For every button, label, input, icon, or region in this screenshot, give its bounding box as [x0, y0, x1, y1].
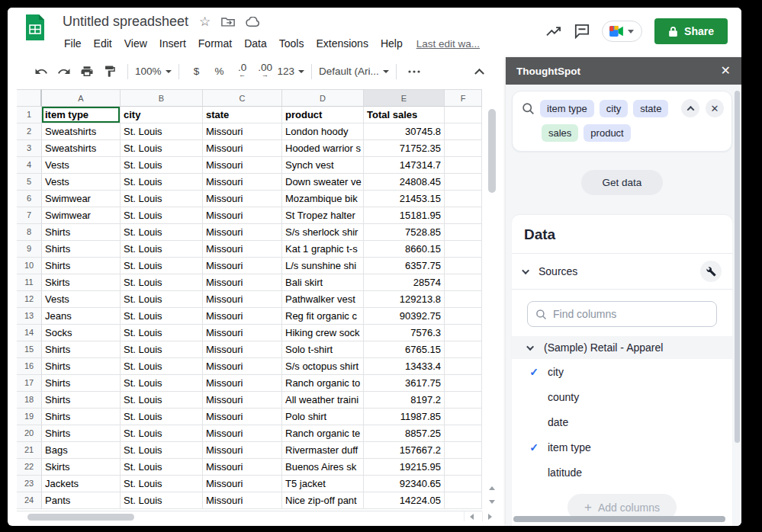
cell-F21[interactable] [445, 442, 482, 459]
cell-C22[interactable]: Missouri [203, 459, 282, 476]
print-button[interactable] [76, 61, 98, 82]
cell-B16[interactable]: St. Louis [121, 358, 203, 375]
column-item-latitude[interactable]: latitude [512, 460, 732, 485]
cell-D8[interactable]: S/s sherlock shir [282, 224, 364, 241]
search-token-state[interactable]: state [633, 100, 668, 117]
cell-F23[interactable] [445, 476, 482, 492]
cell-B22[interactable]: St. Louis [121, 459, 203, 476]
cell-C6[interactable]: Missouri [203, 191, 282, 207]
cell-A17[interactable]: Shirts [42, 375, 121, 392]
cell-D10[interactable]: L/s sunshine shi [282, 258, 364, 274]
configure-sources-button[interactable] [700, 261, 722, 282]
cell-A2[interactable]: Sweatshirts [42, 123, 121, 140]
more-options-button[interactable] [404, 61, 425, 82]
column-item-date[interactable]: date [512, 409, 732, 434]
cell-F15[interactable] [445, 341, 482, 358]
cell-E13[interactable]: 90392.75 [364, 308, 445, 325]
cell-F20[interactable] [445, 425, 482, 442]
row-header-12[interactable]: 12 [17, 291, 42, 308]
cell-E1[interactable]: Total sales [364, 107, 445, 123]
row-header-11[interactable]: 11 [17, 274, 42, 291]
menu-item-insert[interactable]: Insert [153, 35, 192, 52]
cell-A23[interactable]: Jackets [42, 476, 121, 492]
cell-E5[interactable]: 24808.45 [364, 174, 445, 191]
cell-D24[interactable]: Nice zip-off pant [282, 492, 364, 509]
cell-E10[interactable]: 6357.75 [364, 258, 445, 274]
cell-F2[interactable] [445, 123, 482, 140]
cell-E22[interactable]: 19215.95 [364, 459, 445, 476]
column-item-item-type[interactable]: ✓item type [512, 434, 732, 460]
cell-A4[interactable]: Vests [42, 157, 121, 174]
cell-E20[interactable]: 8857.25 [364, 425, 445, 442]
cell-E2[interactable]: 30745.8 [364, 123, 445, 140]
insights-icon[interactable] [545, 24, 562, 38]
row-header-20[interactable]: 20 [17, 425, 42, 442]
cell-A1[interactable]: item type [42, 107, 121, 123]
cell-D15[interactable]: Solo t-shirt [282, 341, 364, 358]
paint-format-button[interactable] [99, 61, 121, 82]
clear-search-button[interactable]: ✕ [706, 99, 724, 117]
cell-E11[interactable]: 28574 [364, 274, 445, 291]
row-header-14[interactable]: 14 [17, 325, 42, 341]
column-header-A[interactable]: A [42, 89, 121, 107]
cell-E14[interactable]: 7576.3 [364, 325, 445, 341]
cell-B2[interactable]: St. Louis [121, 123, 203, 140]
scroll-right-button[interactable] [482, 511, 497, 521]
move-folder-icon[interactable] [221, 16, 235, 27]
cell-D6[interactable]: Mozambique bik [282, 191, 364, 207]
cell-E19[interactable]: 11987.85 [364, 409, 445, 425]
cell-C7[interactable]: Missouri [203, 207, 282, 224]
cell-C4[interactable]: Missouri [203, 157, 282, 174]
cell-B6[interactable]: St. Louis [121, 191, 203, 207]
column-header-B[interactable]: B [121, 89, 203, 107]
cell-B11[interactable]: St. Louis [121, 274, 203, 291]
cell-C12[interactable]: Missouri [203, 291, 282, 308]
cell-C19[interactable]: Missouri [203, 409, 282, 425]
cell-D21[interactable]: Rivermaster duff [282, 442, 364, 459]
cell-B7[interactable]: St. Louis [121, 207, 203, 224]
cell-B19[interactable]: St. Louis [121, 409, 203, 425]
row-header-6[interactable]: 6 [17, 191, 42, 207]
cell-A19[interactable]: Shirts [42, 409, 121, 425]
row-header-21[interactable]: 21 [17, 442, 42, 459]
cloud-status-icon[interactable] [246, 17, 260, 27]
row-header-2[interactable]: 2 [17, 123, 42, 140]
cell-A8[interactable]: Shirts [42, 224, 121, 241]
menu-item-edit[interactable]: Edit [88, 35, 118, 52]
menu-item-file[interactable]: File [58, 35, 88, 52]
cell-D22[interactable]: Buenos Aires sk [282, 459, 364, 476]
cell-C21[interactable]: Missouri [203, 442, 282, 459]
cell-D7[interactable]: St Tropez halter [282, 207, 364, 224]
column-item-city[interactable]: ✓city [512, 359, 732, 384]
cell-E3[interactable]: 71752.35 [364, 140, 445, 157]
row-header-5[interactable]: 5 [17, 174, 42, 191]
cell-A10[interactable]: Shirts [42, 258, 121, 274]
cell-E4[interactable]: 147314.7 [364, 157, 445, 174]
cell-F19[interactable] [445, 409, 482, 425]
cell-F24[interactable] [445, 492, 482, 509]
cell-B15[interactable]: St. Louis [121, 341, 203, 358]
cell-E15[interactable]: 6765.15 [364, 341, 445, 358]
cell-D19[interactable]: Polo shirt [282, 409, 364, 425]
cell-D4[interactable]: Synch vest [282, 157, 364, 174]
cell-B5[interactable]: St. Louis [121, 174, 203, 191]
cell-B1[interactable]: city [121, 107, 203, 123]
cell-C16[interactable]: Missouri [203, 358, 282, 375]
cell-A6[interactable]: Swimwear [42, 191, 121, 207]
cell-C5[interactable]: Missouri [203, 174, 282, 191]
row-header-13[interactable]: 13 [17, 308, 42, 325]
close-icon[interactable]: ✕ [721, 65, 731, 77]
cell-C11[interactable]: Missouri [203, 274, 282, 291]
cell-C10[interactable]: Missouri [203, 258, 282, 274]
cell-C23[interactable]: Missouri [203, 476, 282, 492]
meet-button[interactable] [602, 21, 642, 42]
star-icon[interactable]: ☆ [199, 15, 211, 28]
cell-B9[interactable]: St. Louis [121, 241, 203, 258]
cell-D9[interactable]: Kat 1 graphic t-s [282, 241, 364, 258]
cell-F13[interactable] [445, 308, 482, 325]
cell-F10[interactable] [445, 258, 482, 274]
cell-A14[interactable]: Socks [42, 325, 121, 341]
comment-icon[interactable] [574, 24, 590, 39]
column-header-C[interactable]: C [203, 89, 282, 107]
cell-A5[interactable]: Vests [42, 174, 121, 191]
